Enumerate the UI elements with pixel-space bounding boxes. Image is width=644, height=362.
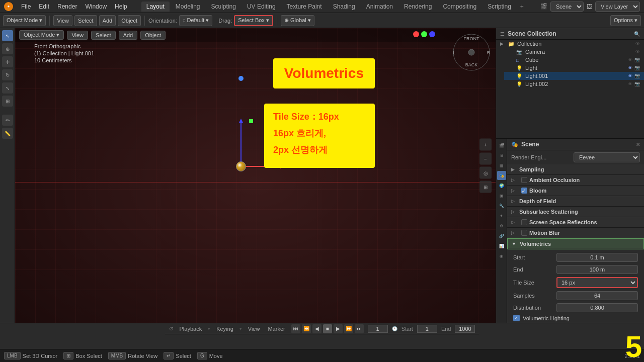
light002-render[interactable]: 📷 [634, 81, 640, 86]
prop-material-icon[interactable]: ◉ [497, 251, 506, 260]
prop-constraints-icon[interactable]: 🔗 [497, 231, 506, 240]
bloom-checkbox[interactable]: ✓ [521, 188, 527, 194]
options-button[interactable]: Options ▾ [610, 15, 641, 26]
viewport-select-menu[interactable]: Select [91, 31, 116, 40]
cube-render[interactable]: 📷 [634, 57, 640, 62]
section-bloom[interactable]: ▷ ✓ Bloom [507, 186, 644, 196]
camera-visibility[interactable]: 👁 [635, 49, 640, 54]
cube-visibility[interactable]: 👁 [628, 57, 632, 62]
object-mode-button[interactable]: Object Mode ▾ [3, 15, 46, 26]
light001-visibility[interactable]: 👁 [628, 73, 632, 78]
keying-menu[interactable]: Keying [214, 326, 235, 332]
light-render[interactable]: 📷 [634, 65, 640, 70]
mb-checkbox[interactable] [521, 230, 527, 236]
play-button[interactable]: ▶ [334, 324, 343, 333]
rotate-tool-button[interactable]: ↻ [2, 69, 13, 80]
current-frame-input[interactable] [368, 325, 388, 333]
view-menu[interactable]: View [246, 326, 262, 332]
section-sss[interactable]: ▷ Subsurface Scattering [507, 207, 644, 217]
prop-physics-icon[interactable]: ⚙ [497, 221, 506, 230]
prop-close-button[interactable]: ✕ [636, 142, 640, 147]
menu-file[interactable]: File [17, 2, 35, 11]
tab-animation[interactable]: Animation [361, 2, 398, 12]
outliner-item-cube[interactable]: □ Cube 👁 📷 [504, 56, 644, 64]
tab-rendering[interactable]: Rendering [399, 2, 437, 12]
vol-samples-value[interactable]: 64 [556, 291, 638, 300]
section-motion-blur[interactable]: ▷ Motion Blur [507, 228, 644, 238]
global-button[interactable]: ⊕ Global ▾ [281, 15, 314, 26]
section-ambient-occlusion[interactable]: ▷ Ambient Occlusion [507, 175, 644, 186]
menu-help[interactable]: Help [111, 2, 131, 11]
outliner-item-light001[interactable]: 💡 Light.001 👁 📷 [504, 72, 644, 80]
jump-end-button[interactable]: ⏭ [355, 324, 364, 333]
outliner-item-collection[interactable]: ▶ 📁 Collection 👁 [496, 40, 644, 48]
select-button[interactable]: Select [74, 15, 97, 26]
prop-particles-icon[interactable]: ✦ [497, 211, 506, 220]
tab-compositing[interactable]: Compositing [438, 2, 481, 12]
ao-checkbox[interactable] [521, 177, 527, 183]
cursor-tool-button[interactable]: ⊕ [2, 43, 13, 54]
vol-distribution-value[interactable]: 0.800 [556, 303, 638, 312]
light001-render[interactable]: 📷 [634, 73, 640, 78]
measure-tool-button[interactable]: 📏 [2, 128, 13, 139]
section-sampling[interactable]: ▶ Sampling [507, 164, 644, 175]
menu-edit[interactable]: Edit [35, 2, 53, 11]
play-reverse-button[interactable]: ◀ [312, 324, 321, 333]
prop-object-icon[interactable]: ▣ [497, 191, 506, 200]
prop-scene-icon[interactable]: 🎭 [497, 171, 506, 180]
prop-world-icon[interactable]: 🌍 [497, 181, 506, 190]
viewport-wireframe-toggle[interactable]: ◎ [479, 167, 492, 179]
section-volumetrics[interactable]: ▼ Volumetrics [507, 238, 644, 249]
viewport-object-mode[interactable]: Object Mode ▾ [19, 30, 64, 40]
navigation-gizmo[interactable]: FRONT BACK L R [451, 32, 492, 72]
prop-modifier-icon[interactable]: 🔧 [497, 201, 506, 210]
transform-tool-button[interactable]: ⊞ [2, 96, 13, 107]
viewport-zoom-in[interactable]: + [479, 139, 492, 151]
vol-lighting-checkbox[interactable]: ✓ [513, 315, 520, 321]
orientation-select[interactable]: ↕ Default ▾ [179, 15, 212, 26]
playback-menu[interactable]: Playback [178, 326, 204, 332]
viewport-object-menu[interactable]: Object [140, 31, 166, 40]
menu-render[interactable]: Render [53, 2, 81, 11]
light-visibility[interactable]: 👁 [628, 65, 632, 70]
outliner-item-light002[interactable]: 💡 Light.002 👁 📷 [504, 80, 644, 88]
move-tool-button[interactable]: ✛ [2, 56, 13, 67]
light002-visibility[interactable]: 👁 [628, 81, 632, 86]
ssr-checkbox[interactable] [521, 219, 527, 225]
prop-render-icon[interactable]: 🎬 [497, 141, 506, 150]
tab-texture-paint[interactable]: Texture Paint [282, 2, 327, 12]
vol-tile-size-select[interactable]: 16 px 2 px 4 px 8 px [556, 277, 638, 288]
viewport-zoom-out[interactable]: − [479, 153, 492, 165]
end-frame-input[interactable] [455, 325, 475, 333]
scene-select[interactable]: Scene [550, 2, 584, 12]
tab-shading[interactable]: Shading [328, 2, 360, 12]
annotate-tool-button[interactable]: ✏ [2, 115, 13, 126]
viewport[interactable]: Object Mode ▾ View Select Add Object Fro… [15, 28, 496, 336]
add-button[interactable]: Add [99, 15, 116, 26]
jump-start-button[interactable]: ⏮ [291, 324, 300, 333]
tab-sculpting[interactable]: Sculpting [206, 2, 241, 12]
marker-menu[interactable]: Marker [266, 326, 287, 332]
stop-button[interactable]: ■ [323, 324, 332, 333]
outliner-filter-icon[interactable]: 🔍 [634, 31, 640, 37]
section-ssr[interactable]: ▷ Screen Space Reflections [507, 217, 644, 228]
prop-output-icon[interactable]: 🖥 [497, 151, 506, 160]
render-engine-select[interactable]: Eevee [574, 152, 640, 162]
outliner-item-camera[interactable]: 📷 Camera 👁 [504, 48, 644, 56]
outliner-item-light[interactable]: 💡 Light 👁 📷 [504, 64, 644, 72]
step-back-button[interactable]: ⏪ [302, 324, 311, 333]
viewport-add-menu[interactable]: Add [119, 31, 138, 40]
prop-view-layer-icon[interactable]: ▦ [497, 161, 506, 170]
start-frame-input[interactable] [417, 325, 437, 333]
view-layer-select[interactable]: View Layer [595, 2, 640, 12]
tab-modeling[interactable]: Modeling [171, 2, 205, 12]
prop-data-icon[interactable]: 📊 [497, 241, 506, 250]
collection-visibility[interactable]: 👁 [635, 41, 640, 46]
viewport-grid-toggle[interactable]: ⊞ [479, 181, 492, 193]
select-tool-button[interactable]: ↖ [2, 30, 13, 41]
workspace-add-button[interactable]: + [517, 2, 527, 11]
vol-end-value[interactable]: 100 m [556, 265, 638, 274]
viewport-view-menu[interactable]: View [67, 31, 88, 40]
vol-start-value[interactable]: 0.1 m [556, 253, 638, 262]
menu-window[interactable]: Window [81, 2, 111, 11]
